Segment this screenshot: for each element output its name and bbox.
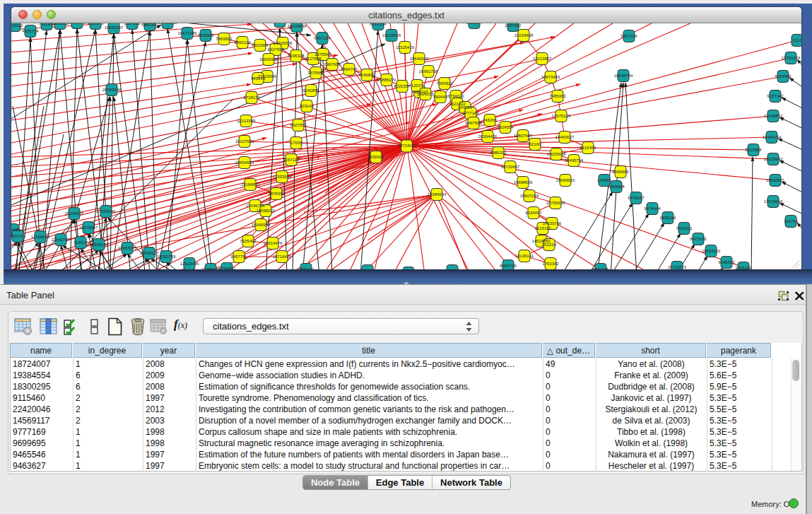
svg-text:15716485: 15716485 (273, 255, 292, 259)
svg-text:7955812: 7955812 (436, 81, 453, 86)
svg-text:17359936: 17359936 (97, 209, 116, 214)
svg-text:9146821: 9146821 (358, 73, 375, 77)
svg-text:12093872: 12093872 (764, 114, 783, 118)
svg-text:7625402: 7625402 (240, 239, 257, 243)
svg-text:2967608: 2967608 (324, 62, 341, 66)
svg-text:1527602: 1527602 (124, 23, 141, 25)
svg-text:25882305: 25882305 (358, 269, 377, 269)
svg-text:8220357: 8220357 (394, 84, 411, 88)
svg-text:17005: 17005 (290, 141, 302, 145)
svg-text:23226058: 23226058 (273, 41, 293, 45)
svg-text:2718170: 2718170 (243, 95, 260, 100)
svg-text:12353594: 12353594 (273, 175, 292, 179)
svg-text:12213957: 12213957 (533, 57, 552, 61)
svg-text:17046708: 17046708 (246, 204, 265, 208)
svg-text:18907249: 18907249 (520, 194, 539, 198)
svg-text:9474444: 9474444 (644, 206, 661, 211)
svg-text:7632621: 7632621 (676, 226, 693, 230)
svg-text:12942737: 12942737 (52, 238, 71, 242)
svg-text:12444154: 12444154 (763, 135, 782, 139)
svg-text:114517: 114517 (73, 240, 88, 245)
svg-text:18724007: 18724007 (398, 144, 417, 148)
svg-text:19654925: 19654925 (235, 160, 254, 165)
svg-text:10807487: 10807487 (514, 134, 533, 138)
svg-text:12156829: 12156829 (31, 235, 50, 239)
svg-text:4735650: 4735650 (218, 267, 235, 269)
svg-text:5682115: 5682115 (593, 267, 610, 269)
svg-text:8813054: 8813054 (466, 23, 483, 25)
svg-text:116753: 116753 (784, 219, 798, 223)
svg-text:7515546: 7515546 (197, 33, 214, 37)
svg-text:10553257: 10553257 (105, 25, 124, 30)
svg-text:10688609: 10688609 (514, 180, 533, 185)
svg-text:3267110: 3267110 (283, 158, 300, 162)
svg-text:15940994: 15940994 (252, 223, 271, 227)
svg-text:4055724: 4055724 (22, 29, 39, 33)
svg-text:20495794: 20495794 (565, 158, 584, 163)
svg-text:6734023: 6734023 (447, 94, 464, 98)
svg-text:9777169: 9777169 (462, 111, 479, 115)
svg-text:16543382: 16543382 (259, 57, 278, 62)
svg-text:19654923: 19654923 (556, 178, 575, 182)
svg-text:6479197: 6479197 (628, 196, 645, 200)
svg-text:990443: 990443 (433, 95, 448, 99)
svg-text:7663822: 7663822 (216, 37, 233, 41)
svg-text:9034067: 9034067 (525, 211, 542, 215)
svg-text:10975857: 10975857 (79, 226, 98, 230)
svg-text:6497508: 6497508 (465, 121, 482, 125)
svg-text:9357224: 9357224 (314, 36, 331, 40)
svg-text:62160: 62160 (529, 142, 541, 146)
svg-text:10719155: 10719155 (158, 23, 177, 25)
svg-text:9427552: 9427552 (290, 123, 307, 127)
svg-text:7485063: 7485063 (549, 94, 566, 98)
svg-text:9327503: 9327503 (267, 47, 284, 52)
svg-text:14914479: 14914479 (264, 241, 283, 245)
svg-text:3911701: 3911701 (11, 234, 26, 238)
svg-text:15885270: 15885270 (377, 78, 396, 82)
svg-text:6866160: 6866160 (141, 23, 158, 27)
svg-text:746266: 746266 (483, 118, 498, 122)
svg-text:9242845: 9242845 (302, 88, 319, 93)
svg-text:20691406: 20691406 (68, 23, 87, 25)
svg-text:3675685: 3675685 (307, 71, 324, 75)
svg-text:9318276: 9318276 (87, 23, 104, 25)
svg-text:19384554: 19384554 (428, 192, 447, 197)
svg-text:8454749: 8454749 (341, 67, 358, 71)
svg-text:4353051: 4353051 (11, 228, 21, 232)
svg-text:15692971: 15692971 (766, 178, 785, 182)
svg-text:14136141: 14136141 (515, 254, 534, 258)
svg-text:12213389: 12213389 (237, 119, 256, 123)
svg-text:12975125: 12975125 (552, 114, 571, 118)
svg-text:5215958: 5215958 (745, 148, 762, 152)
svg-text:19166852: 19166852 (241, 182, 260, 187)
svg-text:16782759: 16782759 (157, 255, 176, 259)
svg-text:17016504: 17016504 (764, 199, 783, 204)
svg-text:11325419: 11325419 (396, 45, 415, 49)
svg-text:8699695: 8699695 (612, 170, 629, 174)
svg-text:1275546: 1275546 (314, 52, 331, 57)
svg-text:1626215: 1626215 (417, 92, 434, 96)
svg-text:1530022: 1530022 (367, 155, 384, 159)
svg-text:12923446: 12923446 (180, 262, 199, 266)
svg-text:18640910: 18640910 (410, 57, 429, 61)
svg-text:25711873: 25711873 (668, 265, 687, 269)
svg-text:20053346: 20053346 (102, 88, 122, 92)
svg-text:252214: 252214 (542, 243, 557, 247)
svg-text:9245652: 9245652 (718, 260, 735, 264)
svg-text:2087682: 2087682 (505, 23, 522, 28)
svg-text:8471676: 8471676 (690, 237, 707, 241)
svg-text:8196328: 8196328 (288, 54, 305, 58)
svg-text:10025438: 10025438 (547, 152, 566, 156)
svg-text:20206576: 20206576 (65, 211, 84, 216)
svg-text:7986322: 7986322 (490, 151, 507, 155)
svg-text:16033809: 16033809 (288, 24, 307, 28)
svg-text:14463627: 14463627 (555, 135, 575, 139)
svg-text:10210643: 10210643 (764, 157, 783, 161)
svg-text:17957275: 17957275 (118, 246, 137, 250)
svg-text:1624554: 1624554 (497, 125, 514, 129)
svg-text:1065203: 1065203 (735, 266, 752, 269)
svg-text:1753342: 1753342 (542, 262, 559, 266)
svg-text:12037: 12037 (411, 83, 423, 88)
svg-text:22455603: 22455603 (201, 267, 220, 269)
svg-text:16648764: 16648764 (614, 74, 633, 78)
